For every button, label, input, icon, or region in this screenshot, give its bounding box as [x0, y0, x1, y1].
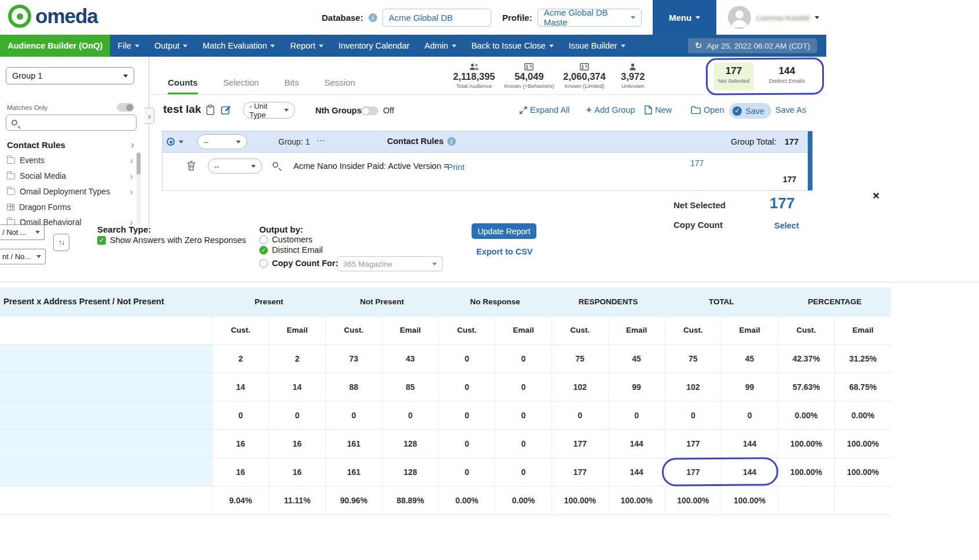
folder-icon: [691, 106, 701, 114]
refresh-icon: ↻: [695, 40, 702, 51]
stat-value: 3,972: [615, 71, 651, 82]
nav-item-back-to-issue-close[interactable]: Back to Issue Close: [464, 35, 561, 57]
table-cell: 100.00%: [834, 429, 891, 458]
nav-item-admin[interactable]: Admin: [417, 35, 464, 57]
row-label-cell: [0, 486, 212, 514]
table-cell: 16: [269, 429, 326, 458]
expand-all-button[interactable]: Expand All: [520, 105, 570, 115]
search-input[interactable]: [6, 115, 137, 131]
sidebar-item-social-media[interactable]: Social Media›: [7, 168, 133, 184]
nav-item-inventory-calendar[interactable]: Inventory Calendar: [331, 35, 417, 57]
main-nav: Audience Builder (OnQ) FileOutputMatch E…: [0, 35, 826, 57]
stat-value: 2,060,374: [563, 71, 605, 82]
copy-count-for-select[interactable]: 365 Magazine: [337, 256, 443, 271]
sub-column-header: Email: [382, 316, 439, 344]
save-as-button[interactable]: Save As: [775, 105, 806, 115]
open-button[interactable]: Open: [691, 105, 724, 115]
present-not-present-select-2[interactable]: nt / No...: [0, 249, 46, 264]
matches-only-toggle[interactable]: [117, 103, 134, 112]
profile-select[interactable]: Acme Global DB Maste: [538, 9, 642, 27]
chevron-down-icon: [631, 16, 635, 19]
trash-icon[interactable]: [187, 161, 196, 171]
database-input[interactable]: Acme Global DB: [382, 9, 491, 27]
group-options-icon[interactable]: ⋯: [316, 135, 325, 146]
rule-operator-select[interactable]: --: [208, 159, 262, 174]
table-cell: 0: [495, 401, 552, 429]
chevron-down-icon[interactable]: [179, 141, 183, 143]
refresh-timestamp[interactable]: ↻ Apr 25, 2022 06:02 AM (CDT): [688, 38, 817, 53]
present-not-present-select-1[interactable]: / Not ...: [0, 224, 45, 240]
scrollbar-thumb[interactable]: [137, 153, 141, 175]
expand-icon: [520, 106, 527, 114]
chevron-down-icon: [621, 45, 625, 47]
radio-unchecked-icon: [259, 235, 268, 244]
sidebar-item-label: Omail Deployment Types: [20, 187, 125, 196]
card-icon: [563, 63, 605, 71]
output-distinct-email-radio[interactable]: ✓ Distinct Email: [259, 245, 323, 255]
table-cell: 2: [269, 344, 326, 373]
zero-responses-checkbox[interactable]: ✓ Show Answers with Zero Responses: [97, 235, 246, 245]
copy-count-select-link[interactable]: Select: [774, 221, 799, 230]
tab-bits[interactable]: Bits: [284, 78, 299, 94]
stat-label: Known (+Behaviors): [505, 83, 554, 89]
tab-selection[interactable]: Selection: [223, 78, 259, 94]
sort-order-button[interactable]: ↑↓: [53, 234, 69, 251]
tabs: CountsSelectionBitsSession: [168, 78, 355, 94]
output-by-label: Output by:: [259, 224, 303, 234]
sidebar-item-omail-deployment-types[interactable]: Omail Deployment Types›: [7, 184, 133, 200]
tab-counts[interactable]: Counts: [168, 78, 198, 94]
sidebar-item-events[interactable]: Events›: [7, 153, 133, 168]
nav-item-match-evaluation[interactable]: Match Evaluation: [195, 35, 282, 57]
group-select[interactable]: Group 1: [6, 67, 134, 84]
info-icon[interactable]: i: [369, 13, 377, 22]
nav-item-report[interactable]: Report: [282, 35, 331, 57]
copy-count-for-radio[interactable]: Copy Count For:: [259, 259, 338, 268]
info-icon[interactable]: i: [447, 137, 456, 146]
add-group-button[interactable]: + Add Group: [586, 105, 635, 115]
table-cell: 102: [552, 373, 609, 401]
stat-label: Unknown: [615, 83, 651, 89]
table-cell: 100.00%: [778, 429, 835, 458]
edit-icon[interactable]: [221, 105, 232, 115]
clipboard-icon[interactable]: [206, 105, 215, 115]
update-report-button[interactable]: Update Report: [472, 223, 536, 239]
close-icon[interactable]: ×: [873, 189, 879, 202]
chevron-down-icon: [270, 45, 275, 47]
rule-value-link[interactable]: Print: [447, 163, 465, 172]
unit-type-select[interactable]: - Unit Type: [243, 102, 295, 119]
table-row: 1414888500102991029957.63%68.75%: [0, 373, 891, 401]
nth-groups-toggle[interactable]: [361, 106, 378, 115]
column-group-header-not-present: Not Present: [326, 288, 439, 316]
table-cell: 144: [722, 429, 778, 458]
user-menu[interactable]: Lorena Kwidd: [728, 0, 819, 35]
group-operator-select[interactable]: --: [197, 134, 247, 149]
table-cell: 0: [495, 458, 552, 486]
search-icon: [12, 120, 17, 126]
table-title: Present x Address Present / Not Present: [0, 288, 212, 316]
plus-icon: +: [586, 105, 591, 115]
tab-session[interactable]: Session: [324, 78, 355, 94]
sidebar-scrollbar[interactable]: [137, 152, 141, 224]
group-header: -- Group: 1 ⋯ Contact Rules i Group Tota…: [163, 131, 812, 153]
zoom-search-icon[interactable]: [273, 162, 278, 168]
sidebar-expand-handle[interactable]: ›: [145, 108, 154, 124]
nav-item-file[interactable]: File: [110, 35, 146, 57]
contact-rules-header[interactable]: Contact Rules ›: [7, 139, 134, 151]
grid-icon: [7, 204, 14, 211]
group-panel-scrollbar[interactable]: [808, 131, 812, 190]
table-cell: 0: [439, 373, 495, 401]
sidebar-item-dragon-forms[interactable]: Dragon Forms: [7, 200, 133, 215]
chevron-down-icon: [35, 231, 40, 234]
nav-item-audience-builder-onq[interactable]: Audience Builder (OnQ): [0, 35, 110, 57]
nav-item-output[interactable]: Output: [147, 35, 196, 57]
output-customers-radio[interactable]: Customers: [259, 235, 312, 244]
export-csv-link[interactable]: Export to CSV: [476, 247, 532, 256]
nav-item-issue-builder[interactable]: Issue Builder: [561, 35, 633, 57]
new-button[interactable]: New: [645, 105, 672, 115]
omeda-logo[interactable]: omeda: [8, 5, 98, 28]
sub-column-header: Cust.: [326, 316, 382, 344]
target-icon[interactable]: [167, 138, 175, 146]
chevron-right-icon: ›: [130, 156, 133, 165]
save-button[interactable]: ✓ Save: [729, 103, 771, 119]
menu-button[interactable]: Menu: [653, 0, 716, 35]
